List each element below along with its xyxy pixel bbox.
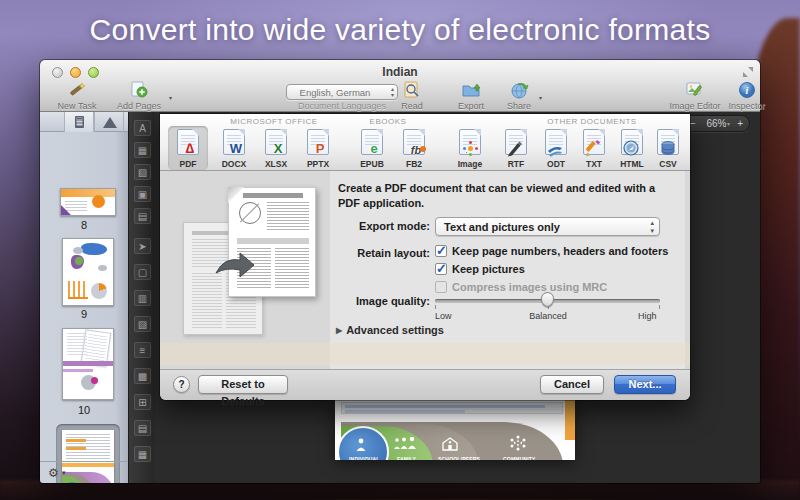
format-image[interactable]: Image [450, 126, 490, 170]
pages-sidebar: 8 9 10 11 ⚙ [40, 112, 128, 483]
document-languages-caption: Document Languages [272, 101, 412, 111]
checkbox-box [435, 281, 447, 293]
ecosystem-infographic: INDIVIDUAL FAMILY SCHOOL/PEERS COMMUNITY [341, 420, 567, 460]
image-quality-slider[interactable] [435, 294, 660, 308]
format-pptx[interactable]: P PPTX [298, 126, 338, 170]
community-icon [509, 434, 527, 452]
tool-area[interactable]: ▣ [134, 186, 151, 202]
image-quality-label: Image quality: [240, 295, 430, 307]
tab-pages[interactable] [64, 112, 94, 132]
checkbox-keep-page-numbers[interactable]: ✓Keep page numbers, headers and footers [435, 245, 668, 259]
reset-defaults-button[interactable]: Reset to Defaults [198, 375, 288, 394]
warning-triangle-icon [103, 117, 117, 128]
document-languages-select[interactable]: English, German ▴▾ [286, 84, 398, 100]
person-icon [355, 438, 367, 452]
read-button[interactable]: Read [392, 84, 432, 111]
format-pdf[interactable]: ∆ PDF [168, 126, 208, 170]
tool-select[interactable]: ▢ [134, 264, 151, 280]
page-thumbnail-9[interactable] [62, 238, 114, 306]
html-file-icon [621, 129, 643, 155]
format-csv[interactable]: CSV [648, 126, 688, 170]
txt-file-icon [583, 129, 605, 155]
help-button[interactable]: ? [173, 376, 190, 393]
checkbox-box: ✓ [435, 245, 447, 257]
flower-icon [468, 146, 473, 151]
check-icon: ✓ [436, 243, 447, 258]
fb2-file-icon: fb [403, 129, 425, 155]
dialog-content: Create a PDF document that can be viewed… [160, 171, 690, 369]
window-content: 8 9 10 11 ⚙ [40, 112, 760, 483]
fullscreen-icon[interactable] [743, 67, 753, 77]
advanced-settings-disclosure[interactable]: ▶Advanced settings [336, 324, 444, 336]
sidebar-gear-menu[interactable]: ⚙ ▾ [48, 466, 66, 480]
tool-cursor[interactable]: ➤ [134, 238, 151, 254]
format-description: Create a PDF document that can be viewed… [338, 181, 668, 211]
share-button[interactable]: Share ▾ [498, 84, 540, 111]
desktop-rock-bottom [0, 480, 800, 500]
rtf-file-icon [505, 129, 527, 155]
caret-down-icon: ▾ [169, 94, 172, 101]
image-editor-button[interactable]: Image Editor [666, 84, 724, 111]
tool-grid[interactable]: ⊞ [134, 394, 151, 410]
export-button[interactable]: Export [448, 84, 494, 111]
caret-down-icon: ▾ [727, 120, 730, 127]
gear-icon: ⚙ [48, 466, 59, 480]
checkbox-keep-pictures[interactable]: ✓Keep pictures [435, 263, 525, 277]
page-thumbnail-11[interactable] [62, 430, 114, 483]
format-bar: MICROSOFT OFFICE EBOOKS OTHER DOCUMENTS … [160, 114, 690, 171]
cancel-button[interactable]: Cancel [540, 375, 604, 394]
page-thumbnail-10[interactable] [62, 328, 114, 400]
zoom-in-button[interactable]: + [737, 118, 743, 129]
page-curl [228, 187, 244, 203]
tool-picture[interactable]: ▧ [134, 164, 151, 180]
banner-title: Convert into wide variety of electronic … [0, 13, 800, 47]
caret-down-icon: ▾ [62, 469, 66, 476]
window-chrome: Indian New Task Add P [40, 60, 760, 112]
tool-table[interactable]: ▦ [134, 142, 151, 158]
format-docx[interactable]: W DOCX [214, 126, 254, 170]
new-task-button[interactable]: New Task [48, 84, 106, 111]
stepper-arrows-icon: ▴▾ [650, 219, 654, 235]
slider-thumb[interactable] [541, 292, 554, 307]
magic-wand-icon [67, 81, 87, 99]
format-xlsx[interactable]: X XLSX [256, 126, 296, 170]
group-label-other-documents: OTHER DOCUMENTS [512, 117, 672, 126]
export-mode-label: Export mode: [240, 220, 430, 232]
individual-label: INDIVIDUAL [349, 456, 380, 460]
family-icon [393, 437, 417, 450]
inspector-icon: i [738, 81, 756, 99]
export-dialog: MICROSOFT OFFICE EBOOKS OTHER DOCUMENTS … [160, 114, 690, 400]
tool-cells[interactable]: ▦ [134, 446, 151, 462]
tool-split[interactable]: ▨ [134, 316, 151, 332]
slider-tick-high: High [638, 311, 657, 321]
desktop-background: Convert into wide variety of electronic … [0, 0, 800, 500]
tool-text[interactable]: A [134, 120, 151, 136]
tool-merge[interactable]: ▩ [134, 368, 151, 384]
school-icon [441, 436, 459, 451]
inspector-button[interactable]: i Inspector [724, 84, 770, 111]
export-mode-select[interactable]: Text and pictures only ▴▾ [435, 217, 660, 236]
caret-down-icon: ▾ [539, 94, 542, 101]
share-globe-icon [509, 81, 529, 99]
page-thumbnail-8[interactable] [60, 188, 116, 216]
slider-tick-balanced: Balanced [515, 311, 581, 321]
tool-rows[interactable]: ≡ [134, 342, 151, 358]
format-fb2[interactable]: fb FB2 [394, 126, 434, 170]
add-pages-button[interactable]: Add Pages ▾ [108, 84, 170, 111]
school-peers-label: SCHOOL/PEERS [438, 456, 480, 460]
next-button[interactable]: Next... [614, 375, 676, 394]
page-number: 10 [40, 404, 128, 416]
toolbar: New Task Add Pages ▾ English, German ▴▾ … [40, 84, 760, 112]
pdf-file-icon: ∆ [177, 129, 199, 155]
format-epub[interactable]: e EPUB [352, 126, 392, 170]
pptx-file-icon: P [307, 129, 329, 155]
dialog-bottom-bar: ? Reset to Defaults Cancel Next... [160, 369, 690, 400]
tool-columns[interactable]: ▤ [134, 420, 151, 436]
tab-warnings[interactable] [94, 112, 124, 132]
tool-move[interactable]: ▥ [134, 290, 151, 306]
disclosure-triangle-icon: ▶ [336, 326, 342, 335]
family-label: FAMILY [397, 456, 416, 460]
docx-file-icon: W [223, 129, 245, 155]
csv-file-icon [657, 129, 679, 155]
tool-background[interactable]: ▤ [134, 208, 151, 224]
